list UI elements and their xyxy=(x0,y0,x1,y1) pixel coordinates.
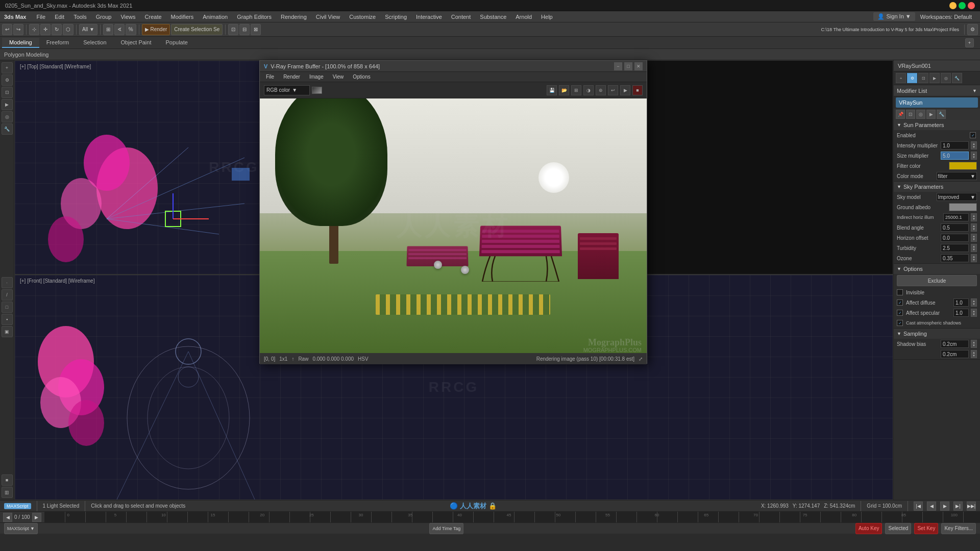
menu-content[interactable]: Content xyxy=(447,13,475,21)
size-multiplier-spinner[interactable]: ▲▼ xyxy=(971,152,977,160)
material-icon-2[interactable]: ▥ xyxy=(2,487,13,498)
mod-icon-utilities[interactable]: 🔧 xyxy=(937,110,946,119)
maxscript-mini-btn[interactable]: MAXScript ▼ xyxy=(4,523,38,534)
add-time-tag-button[interactable]: Add Time Tag xyxy=(429,523,463,534)
intensity-multiplier-spinner[interactable]: ▲▼ xyxy=(971,141,977,149)
menu-animation[interactable]: Animation xyxy=(199,13,232,21)
tab-selection[interactable]: Selection xyxy=(76,38,113,48)
vray-color-correct-icon[interactable]: ◑ xyxy=(583,85,594,95)
shadow-bias-spinner-2[interactable]: ▲▼ xyxy=(971,350,977,358)
redo-button[interactable]: ↪ xyxy=(13,24,23,35)
modify-panel-icon[interactable]: ⚙ xyxy=(2,74,13,86)
render-button[interactable]: ▶ Render xyxy=(142,24,170,35)
go-end-button[interactable]: ▶▶| xyxy=(967,502,976,511)
mod-icon-hierarchy[interactable]: ⊡ xyxy=(906,110,915,119)
affect-specular-value[interactable]: 1.0 xyxy=(953,309,969,317)
mirror-button[interactable]: ⊟ xyxy=(239,24,250,35)
affect-diffuse-checkbox[interactable] xyxy=(897,299,903,306)
sampling-header[interactable]: ▼ Sampling xyxy=(894,329,980,339)
vertex-icon[interactable]: · xyxy=(2,277,13,288)
turbidity-spinner[interactable]: ▲▼ xyxy=(971,244,977,252)
vray-frame-buffer[interactable]: V V-Ray Frame Buffer - [100.0% of 858 x … xyxy=(259,60,647,364)
vray-stop-icon[interactable]: ■ xyxy=(632,85,643,95)
scale-button[interactable]: ⬡ xyxy=(63,24,74,35)
menu-file[interactable]: File xyxy=(32,13,50,21)
key-filters-button[interactable]: Key Filters... xyxy=(941,523,976,534)
ground-albedo-swatch[interactable] xyxy=(949,203,977,211)
material-icon-1[interactable]: ■ xyxy=(2,474,13,486)
snap-button[interactable]: ⊞ xyxy=(103,24,113,35)
select-button[interactable]: ⊹ xyxy=(29,24,39,35)
sun-parameters-header[interactable]: ▼ Sun Parameters xyxy=(894,120,980,130)
vray-load-icon[interactable]: 📂 xyxy=(559,85,569,95)
polygon-icon[interactable]: ▪ xyxy=(2,314,13,325)
vray-save-icon[interactable]: 💾 xyxy=(547,85,557,95)
menu-tools[interactable]: Tools xyxy=(69,13,91,21)
mod-icon-pin[interactable]: 📌 xyxy=(896,110,905,119)
snap-percent-button[interactable]: % xyxy=(126,24,136,35)
vray-lens-effects-icon[interactable]: ⊚ xyxy=(596,85,606,95)
settings-button[interactable]: ⚙ xyxy=(967,24,978,35)
enabled-checkbox[interactable] xyxy=(970,132,976,138)
tab-object-paint[interactable]: Object Paint xyxy=(114,38,159,48)
vray-maximize-button[interactable]: □ xyxy=(624,62,632,70)
menu-help[interactable]: Help xyxy=(537,13,557,21)
vray-menu-file[interactable]: File xyxy=(262,73,278,81)
move-button[interactable]: ✛ xyxy=(40,24,51,35)
cast-atmospheric-shadows-checkbox[interactable] xyxy=(897,320,903,326)
vray-render-icon[interactable]: ▶ xyxy=(620,85,630,95)
maximize-button[interactable] xyxy=(959,2,966,9)
menu-interactive[interactable]: Interactive xyxy=(412,13,446,21)
edge-icon[interactable]: / xyxy=(2,289,13,300)
indirect-horiz-spinner[interactable]: ▲▼ xyxy=(971,213,977,221)
utilities-panel-icon[interactable]: 🔧 xyxy=(2,123,13,135)
rotate-button[interactable]: ↻ xyxy=(52,24,62,35)
vray-color-swatch[interactable] xyxy=(312,87,322,94)
timeline-prev-btn[interactable]: ◀ xyxy=(3,513,12,522)
sign-in-button[interactable]: 👤 Sign In ▼ xyxy=(873,12,915,21)
shadow-bias-value-2[interactable]: 0.2cm xyxy=(941,350,969,358)
affect-specular-checkbox[interactable] xyxy=(897,310,903,316)
modify-panel-tab[interactable]: ⚙ xyxy=(907,73,917,83)
menu-edit[interactable]: Edit xyxy=(51,13,68,21)
menu-graph-editors[interactable]: Graph Editors xyxy=(233,13,276,21)
tab-freeform[interactable]: Freeform xyxy=(39,38,77,48)
vray-menu-render[interactable]: Render xyxy=(279,73,304,81)
vray-close-button[interactable]: ✕ xyxy=(634,62,643,70)
color-mode-dropdown[interactable]: filter ▼ xyxy=(937,172,977,180)
size-multiplier-value[interactable]: 5.0 xyxy=(941,152,969,160)
ozone-value[interactable]: 0.35 xyxy=(941,254,969,262)
turbidity-value[interactable]: 2.5 xyxy=(941,244,969,252)
next-frame-button[interactable]: ▶| xyxy=(953,502,963,511)
utilities-panel-tab[interactable]: 🔧 xyxy=(952,73,962,83)
mod-icon-display[interactable]: ◎ xyxy=(916,110,925,119)
menu-modifiers[interactable]: Modifiers xyxy=(167,13,198,21)
invisible-checkbox[interactable] xyxy=(897,289,903,295)
vray-layers-icon[interactable]: ⊞ xyxy=(571,85,581,95)
create-panel-icon[interactable]: + xyxy=(2,62,13,73)
filter-color-swatch[interactable] xyxy=(949,162,977,170)
panel-toggle-button[interactable]: + xyxy=(965,38,974,47)
tab-modeling[interactable]: Modeling xyxy=(2,38,39,48)
set-key-button[interactable]: Set Key xyxy=(914,523,938,534)
timeline-track[interactable]: 0 5 10 15 20 25 30 35 40 45 50 55 60 65 … xyxy=(45,512,980,522)
motion-panel-tab[interactable]: ▶ xyxy=(929,73,940,83)
align-button[interactable]: ⊠ xyxy=(251,24,261,35)
create-selection-button[interactable]: Create Selection Se xyxy=(171,24,223,35)
affect-diffuse-spinner[interactable]: ▲▼ xyxy=(971,298,977,307)
vray-minimize-button[interactable]: − xyxy=(614,62,622,70)
mod-icon-motion[interactable]: ▶ xyxy=(926,110,936,119)
ozone-spinner[interactable]: ▲▼ xyxy=(971,254,977,262)
menu-group[interactable]: Group xyxy=(92,13,116,21)
border-icon[interactable]: □ xyxy=(2,302,13,313)
horizon-offset-spinner[interactable]: ▲▼ xyxy=(971,234,977,242)
modifier-vraysun[interactable]: VRaySun xyxy=(896,97,978,108)
vray-menu-image[interactable]: Image xyxy=(305,73,328,81)
horizon-offset-value[interactable]: 0.0 xyxy=(941,234,969,242)
vray-color-mode-select[interactable]: RGB color ▼ xyxy=(264,85,310,95)
menu-create[interactable]: Create xyxy=(141,13,166,21)
go-start-button[interactable]: |◀ xyxy=(914,502,923,511)
prev-frame-button[interactable]: ◀ xyxy=(927,502,936,511)
motion-panel-icon[interactable]: ▶ xyxy=(2,99,13,110)
shadow-bias-spinner[interactable]: ▲▼ xyxy=(971,340,977,348)
